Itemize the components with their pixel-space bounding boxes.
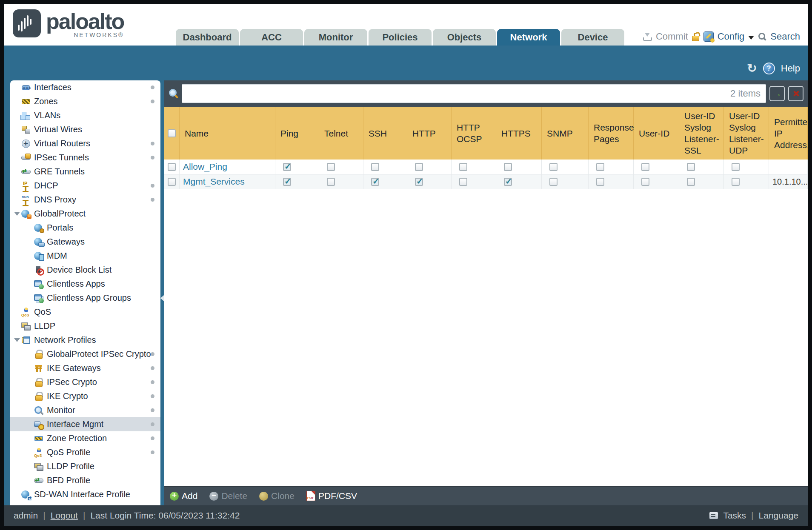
sidebar-item-bfd-profile[interactable]: BFD Profile — [10, 473, 160, 487]
search-button[interactable]: Search — [770, 31, 800, 42]
sidebar-item-qos[interactable]: QoS — [10, 305, 160, 319]
column-header-ping[interactable]: Ping — [275, 107, 319, 160]
column-header-permitted-ip-address[interactable]: Permitted IP Address... — [769, 107, 808, 160]
chevron-down-icon[interactable] — [748, 36, 754, 40]
column-header-ssh[interactable]: SSH — [363, 107, 407, 160]
unchecked-checkbox[interactable] — [687, 163, 695, 171]
lock-icon[interactable] — [692, 32, 700, 41]
help-link[interactable]: Help — [781, 63, 800, 74]
tab-network[interactable]: Network — [497, 29, 560, 46]
expand-arrow-icon[interactable] — [14, 212, 21, 216]
sidebar-item-virtual-wires[interactable]: Virtual Wires — [10, 123, 160, 137]
column-header-http-ocsp[interactable]: HTTP OCSP — [452, 107, 496, 160]
sidebar-item-globalprotect-ipsec-crypto[interactable]: GlobalProtect IPSec Crypto — [10, 347, 160, 361]
profile-name-link[interactable]: Mgmt_Services — [183, 177, 245, 187]
unchecked-checkbox[interactable] — [596, 178, 604, 186]
unchecked-checkbox[interactable] — [415, 163, 423, 171]
unchecked-checkbox[interactable] — [504, 163, 512, 171]
sidebar-item-interfaces[interactable]: Interfaces — [10, 80, 160, 94]
unchecked-checkbox[interactable] — [641, 163, 649, 171]
unchecked-checkbox[interactable] — [327, 178, 335, 186]
help-icon[interactable]: ? — [763, 63, 775, 74]
sidebar-item-ike-crypto[interactable]: IKE Crypto — [10, 389, 160, 403]
sidebar-item-mdm[interactable]: MDM — [10, 249, 160, 263]
unchecked-checkbox[interactable] — [641, 178, 649, 186]
config-button[interactable]: Config — [718, 31, 745, 42]
profile-name-link[interactable]: Allow_Ping — [183, 162, 227, 172]
column-header-response-pages[interactable]: Response Pages — [589, 107, 634, 160]
sidebar-item-zones[interactable]: Zones — [10, 94, 160, 108]
clone-button[interactable]: Clone — [259, 491, 294, 501]
checked-checkbox[interactable] — [415, 178, 423, 186]
unchecked-checkbox[interactable] — [732, 163, 740, 171]
language-button[interactable]: Language — [759, 510, 798, 521]
sidebar-item-qos-profile[interactable]: QoS Profile — [10, 445, 160, 459]
tab-policies[interactable]: Policies — [369, 29, 432, 46]
column-header-user-id[interactable]: User-ID — [634, 107, 679, 160]
pdf-csv-button[interactable]: PDF/CSV — [306, 491, 357, 501]
tab-acc[interactable]: ACC — [240, 29, 303, 46]
checked-checkbox[interactable] — [504, 178, 512, 186]
expand-spacer — [26, 479, 34, 483]
sidebar-item-clientless-apps[interactable]: Clientless Apps — [10, 277, 160, 291]
sidebar-item-zone-protection[interactable]: Zone Protection — [10, 431, 160, 445]
commit-button[interactable]: Commit — [656, 31, 688, 42]
column-header-user-id-syslog-listener-ssl[interactable]: User-ID Syslog Listener-SSL — [679, 107, 724, 160]
unchecked-checkbox[interactable] — [687, 178, 695, 186]
tab-dashboard[interactable]: Dashboard — [176, 29, 239, 46]
expand-spacer — [14, 184, 21, 188]
sidebar-item-ike-gateways[interactable]: IKE Gateways — [10, 361, 160, 375]
sidebar-item-sd-wan-interface-profile[interactable]: SD-WAN Interface Profile — [10, 487, 160, 502]
unchecked-checkbox[interactable] — [732, 178, 740, 186]
unchecked-checkbox[interactable] — [596, 163, 604, 171]
sidebar-item-network-profiles[interactable]: Network Profiles — [10, 333, 160, 347]
checked-checkbox[interactable] — [283, 178, 291, 186]
delete-button[interactable]: Delete — [209, 491, 247, 501]
tab-device[interactable]: Device — [561, 29, 624, 46]
sidebar-item-ipsec-tunnels[interactable]: IPSec Tunnels — [10, 151, 160, 165]
column-header-telnet[interactable]: Telnet — [319, 107, 363, 160]
sidebar-item-monitor[interactable]: Monitor — [10, 403, 160, 417]
checked-checkbox[interactable] — [283, 163, 291, 171]
column-header-name[interactable]: Name — [180, 107, 275, 160]
sidebar-item-portals[interactable]: Portals — [10, 221, 160, 235]
clear-filter-button[interactable] — [788, 86, 803, 101]
unchecked-checkbox[interactable] — [459, 163, 467, 171]
expand-arrow-icon[interactable] — [14, 338, 21, 342]
logout-link[interactable]: Logout — [51, 510, 78, 521]
unchecked-checkbox[interactable] — [327, 163, 335, 171]
tab-monitor[interactable]: Monitor — [304, 29, 367, 46]
filter-input[interactable]: 2 items — [182, 84, 766, 103]
sidebar-item-clientless-app-groups[interactable]: Clientless App Groups — [10, 291, 160, 305]
checked-checkbox[interactable] — [371, 178, 379, 186]
row-select-checkbox[interactable] — [168, 178, 176, 186]
unchecked-checkbox[interactable] — [549, 163, 558, 171]
refresh-icon[interactable]: ↻ — [747, 63, 757, 74]
column-header-user-id-syslog-listener-udp[interactable]: User-ID Syslog Listener-UDP — [724, 107, 769, 160]
sidebar-item-interface-mgmt[interactable]: Interface Mgmt — [10, 417, 160, 431]
tasks-button[interactable]: Tasks — [723, 510, 746, 521]
tab-objects[interactable]: Objects — [433, 29, 496, 46]
sidebar-item-vlans[interactable]: VLANs — [10, 108, 160, 123]
select-all-checkbox[interactable] — [168, 129, 176, 137]
sidebar-item-device-block-list[interactable]: Device Block List — [10, 263, 160, 277]
collapse-sidebar-icon[interactable] — [160, 295, 164, 301]
unchecked-checkbox[interactable] — [371, 163, 379, 171]
unchecked-checkbox[interactable] — [459, 178, 467, 186]
sidebar-item-gre-tunnels[interactable]: GRE Tunnels — [10, 165, 160, 179]
sidebar-item-gateways[interactable]: Gateways — [10, 235, 160, 249]
sidebar-item-lldp-profile[interactable]: LLDP Profile — [10, 459, 160, 473]
column-header-snmp[interactable]: SNMP — [542, 107, 589, 160]
sidebar-item-dns-proxy[interactable]: DNS Proxy — [10, 193, 160, 207]
column-header-https[interactable]: HTTPS — [496, 107, 542, 160]
add-button[interactable]: Add — [170, 491, 197, 501]
sidebar-item-ipsec-crypto[interactable]: IPSec Crypto — [10, 375, 160, 389]
sidebar-item-virtual-routers[interactable]: Virtual Routers — [10, 137, 160, 151]
apply-filter-button[interactable]: → — [769, 86, 785, 101]
row-select-checkbox[interactable] — [168, 163, 176, 171]
sidebar-item-globalprotect[interactable]: GlobalProtect — [10, 207, 160, 221]
unchecked-checkbox[interactable] — [549, 178, 558, 186]
sidebar-item-dhcp[interactable]: DHCP — [10, 179, 160, 193]
sidebar-item-lldp[interactable]: LLDP — [10, 319, 160, 333]
column-header-http[interactable]: HTTP — [407, 107, 452, 160]
